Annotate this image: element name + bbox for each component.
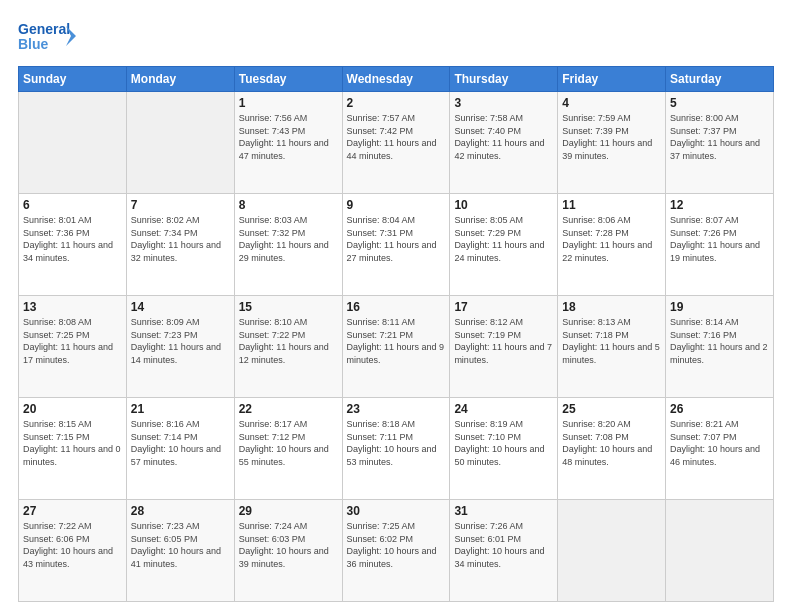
day-header-monday: Monday [126,67,234,92]
day-number: 20 [23,402,122,416]
calendar-cell: 29Sunrise: 7:24 AMSunset: 6:03 PMDayligh… [234,500,342,602]
calendar-cell: 10Sunrise: 8:05 AMSunset: 7:29 PMDayligh… [450,194,558,296]
calendar-cell: 28Sunrise: 7:23 AMSunset: 6:05 PMDayligh… [126,500,234,602]
day-number: 22 [239,402,338,416]
page: GeneralBlue SundayMondayTuesdayWednesday… [0,0,792,612]
day-header-sunday: Sunday [19,67,127,92]
calendar-cell: 2Sunrise: 7:57 AMSunset: 7:42 PMDaylight… [342,92,450,194]
calendar-cell: 14Sunrise: 8:09 AMSunset: 7:23 PMDayligh… [126,296,234,398]
day-number: 13 [23,300,122,314]
day-number: 2 [347,96,446,110]
day-number: 8 [239,198,338,212]
day-info: Sunrise: 8:13 AMSunset: 7:18 PMDaylight:… [562,316,661,366]
calendar-table: SundayMondayTuesdayWednesdayThursdayFrid… [18,66,774,602]
calendar-cell: 27Sunrise: 7:22 AMSunset: 6:06 PMDayligh… [19,500,127,602]
day-number: 23 [347,402,446,416]
calendar-cell: 6Sunrise: 8:01 AMSunset: 7:36 PMDaylight… [19,194,127,296]
day-header-tuesday: Tuesday [234,67,342,92]
day-number: 19 [670,300,769,314]
day-info: Sunrise: 8:05 AMSunset: 7:29 PMDaylight:… [454,214,553,264]
calendar-cell: 7Sunrise: 8:02 AMSunset: 7:34 PMDaylight… [126,194,234,296]
day-info: Sunrise: 8:16 AMSunset: 7:14 PMDaylight:… [131,418,230,468]
day-number: 27 [23,504,122,518]
day-info: Sunrise: 7:22 AMSunset: 6:06 PMDaylight:… [23,520,122,570]
day-info: Sunrise: 8:01 AMSunset: 7:36 PMDaylight:… [23,214,122,264]
header: GeneralBlue [18,18,774,56]
calendar-cell: 11Sunrise: 8:06 AMSunset: 7:28 PMDayligh… [558,194,666,296]
calendar-cell: 31Sunrise: 7:26 AMSunset: 6:01 PMDayligh… [450,500,558,602]
day-number: 28 [131,504,230,518]
day-number: 6 [23,198,122,212]
day-number: 11 [562,198,661,212]
day-number: 21 [131,402,230,416]
header-row: SundayMondayTuesdayWednesdayThursdayFrid… [19,67,774,92]
calendar-cell: 13Sunrise: 8:08 AMSunset: 7:25 PMDayligh… [19,296,127,398]
day-info: Sunrise: 8:17 AMSunset: 7:12 PMDaylight:… [239,418,338,468]
day-info: Sunrise: 8:00 AMSunset: 7:37 PMDaylight:… [670,112,769,162]
day-info: Sunrise: 8:02 AMSunset: 7:34 PMDaylight:… [131,214,230,264]
calendar-cell: 15Sunrise: 8:10 AMSunset: 7:22 PMDayligh… [234,296,342,398]
calendar-cell: 17Sunrise: 8:12 AMSunset: 7:19 PMDayligh… [450,296,558,398]
day-info: Sunrise: 8:04 AMSunset: 7:31 PMDaylight:… [347,214,446,264]
day-info: Sunrise: 8:15 AMSunset: 7:15 PMDaylight:… [23,418,122,468]
logo-svg: GeneralBlue [18,18,78,56]
day-info: Sunrise: 7:57 AMSunset: 7:42 PMDaylight:… [347,112,446,162]
calendar-cell: 5Sunrise: 8:00 AMSunset: 7:37 PMDaylight… [666,92,774,194]
day-number: 3 [454,96,553,110]
day-header-saturday: Saturday [666,67,774,92]
logo: GeneralBlue [18,18,78,56]
calendar-body: 1Sunrise: 7:56 AMSunset: 7:43 PMDaylight… [19,92,774,602]
day-info: Sunrise: 7:58 AMSunset: 7:40 PMDaylight:… [454,112,553,162]
day-info: Sunrise: 8:11 AMSunset: 7:21 PMDaylight:… [347,316,446,366]
week-row-4: 20Sunrise: 8:15 AMSunset: 7:15 PMDayligh… [19,398,774,500]
calendar-cell: 1Sunrise: 7:56 AMSunset: 7:43 PMDaylight… [234,92,342,194]
week-row-5: 27Sunrise: 7:22 AMSunset: 6:06 PMDayligh… [19,500,774,602]
day-number: 18 [562,300,661,314]
calendar-cell [558,500,666,602]
calendar-cell: 25Sunrise: 8:20 AMSunset: 7:08 PMDayligh… [558,398,666,500]
calendar-cell: 18Sunrise: 8:13 AMSunset: 7:18 PMDayligh… [558,296,666,398]
day-header-friday: Friday [558,67,666,92]
day-number: 29 [239,504,338,518]
day-number: 14 [131,300,230,314]
day-number: 30 [347,504,446,518]
day-number: 15 [239,300,338,314]
calendar-cell: 12Sunrise: 8:07 AMSunset: 7:26 PMDayligh… [666,194,774,296]
day-info: Sunrise: 8:21 AMSunset: 7:07 PMDaylight:… [670,418,769,468]
day-info: Sunrise: 8:20 AMSunset: 7:08 PMDaylight:… [562,418,661,468]
calendar-cell [666,500,774,602]
day-number: 16 [347,300,446,314]
day-info: Sunrise: 8:14 AMSunset: 7:16 PMDaylight:… [670,316,769,366]
calendar-cell: 26Sunrise: 8:21 AMSunset: 7:07 PMDayligh… [666,398,774,500]
day-info: Sunrise: 8:12 AMSunset: 7:19 PMDaylight:… [454,316,553,366]
calendar-cell: 3Sunrise: 7:58 AMSunset: 7:40 PMDaylight… [450,92,558,194]
day-number: 25 [562,402,661,416]
day-info: Sunrise: 7:26 AMSunset: 6:01 PMDaylight:… [454,520,553,570]
week-row-1: 1Sunrise: 7:56 AMSunset: 7:43 PMDaylight… [19,92,774,194]
calendar-cell: 21Sunrise: 8:16 AMSunset: 7:14 PMDayligh… [126,398,234,500]
calendar-cell [19,92,127,194]
day-number: 7 [131,198,230,212]
day-info: Sunrise: 7:59 AMSunset: 7:39 PMDaylight:… [562,112,661,162]
calendar-cell: 16Sunrise: 8:11 AMSunset: 7:21 PMDayligh… [342,296,450,398]
calendar-cell: 23Sunrise: 8:18 AMSunset: 7:11 PMDayligh… [342,398,450,500]
day-number: 1 [239,96,338,110]
day-info: Sunrise: 7:23 AMSunset: 6:05 PMDaylight:… [131,520,230,570]
calendar-cell: 30Sunrise: 7:25 AMSunset: 6:02 PMDayligh… [342,500,450,602]
day-info: Sunrise: 7:25 AMSunset: 6:02 PMDaylight:… [347,520,446,570]
day-number: 12 [670,198,769,212]
calendar-cell: 24Sunrise: 8:19 AMSunset: 7:10 PMDayligh… [450,398,558,500]
day-number: 4 [562,96,661,110]
svg-text:General: General [18,21,70,37]
day-info: Sunrise: 7:24 AMSunset: 6:03 PMDaylight:… [239,520,338,570]
day-number: 24 [454,402,553,416]
calendar-cell: 22Sunrise: 8:17 AMSunset: 7:12 PMDayligh… [234,398,342,500]
day-info: Sunrise: 8:08 AMSunset: 7:25 PMDaylight:… [23,316,122,366]
calendar-cell: 19Sunrise: 8:14 AMSunset: 7:16 PMDayligh… [666,296,774,398]
day-info: Sunrise: 8:19 AMSunset: 7:10 PMDaylight:… [454,418,553,468]
day-info: Sunrise: 8:18 AMSunset: 7:11 PMDaylight:… [347,418,446,468]
calendar-header: SundayMondayTuesdayWednesdayThursdayFrid… [19,67,774,92]
calendar-cell [126,92,234,194]
day-info: Sunrise: 8:10 AMSunset: 7:22 PMDaylight:… [239,316,338,366]
day-info: Sunrise: 7:56 AMSunset: 7:43 PMDaylight:… [239,112,338,162]
